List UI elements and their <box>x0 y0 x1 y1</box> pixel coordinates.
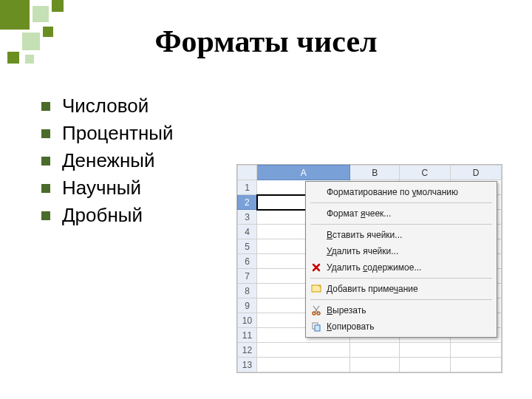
svg-rect-4 <box>315 325 320 331</box>
row-header[interactable]: 11 <box>238 328 257 343</box>
menu-item-copy[interactable]: Копировать <box>306 318 497 335</box>
menu-separator <box>310 202 492 203</box>
menu-label: Форматирование по умолчанию <box>327 187 458 197</box>
column-header-B[interactable]: B <box>350 166 399 180</box>
row-header[interactable]: 12 <box>238 343 257 358</box>
bullet-list: Числовой Процентный Денежный Научный Дро… <box>41 95 174 231</box>
row-header[interactable]: 5 <box>238 239 257 254</box>
row-header[interactable]: 4 <box>238 225 257 239</box>
column-header-A[interactable]: A <box>257 166 350 180</box>
row-header[interactable]: 10 <box>238 313 257 328</box>
row-header[interactable]: 1 <box>238 180 257 195</box>
menu-item-format-cells[interactable]: Формат ячеек... <box>306 205 497 222</box>
column-header-C[interactable]: C <box>399 166 450 180</box>
slide-title: Форматы чисел <box>0 24 532 59</box>
menu-item-delete-contents[interactable]: Удалить содержимое... <box>306 259 497 276</box>
bullet-marker-icon <box>41 184 50 193</box>
context-menu: Форматирование по умолчанию Формат ячеек… <box>305 181 497 338</box>
row-header[interactable]: 13 <box>238 358 257 372</box>
bullet-text: Числовой <box>62 95 149 117</box>
menu-label: Вырезать <box>327 305 366 316</box>
bullet-marker-icon <box>41 129 50 138</box>
bullet-text: Процентный <box>62 122 174 145</box>
menu-item-insert-cells[interactable]: Вставить ячейки... <box>306 227 497 243</box>
menu-label: Формат ячеек... <box>327 208 391 219</box>
bullet-marker-icon <box>41 102 50 111</box>
menu-item-cut[interactable]: Вырезать <box>306 302 497 318</box>
menu-item-add-comment[interactable]: Добавить примечание <box>306 281 497 297</box>
row-header[interactable]: 6 <box>238 254 257 269</box>
menu-item-delete-cells[interactable]: Удалить ячейки... <box>306 243 497 259</box>
row-header[interactable]: 9 <box>238 299 257 313</box>
bullet-text: Дробный <box>62 204 143 227</box>
menu-label: Удалить содержимое... <box>327 262 421 273</box>
row-header[interactable]: 7 <box>238 269 257 284</box>
bullet-text: Научный <box>62 177 141 200</box>
cut-icon <box>310 304 322 316</box>
menu-label: Копировать <box>327 321 375 332</box>
copy-icon <box>310 321 322 332</box>
delete-icon <box>310 262 322 273</box>
spreadsheet-screenshot: A B C D 123,2 2 3 4 5 6 7 8 9 10 11 12 1… <box>236 164 502 373</box>
bullet-marker-icon <box>41 157 50 166</box>
menu-label: Добавить примечание <box>327 284 418 294</box>
note-icon <box>310 283 322 295</box>
row-header[interactable]: 2 <box>238 195 257 210</box>
row-header[interactable]: 8 <box>238 284 257 299</box>
menu-separator <box>310 278 492 279</box>
menu-label: Удалить ячейки... <box>327 246 398 256</box>
bullet-text: Денежный <box>62 149 155 172</box>
menu-label: Вставить ячейки... <box>327 230 402 240</box>
menu-separator <box>310 299 492 300</box>
column-header-D[interactable]: D <box>450 166 501 180</box>
row-header[interactable]: 3 <box>238 210 257 225</box>
bullet-marker-icon <box>41 211 50 220</box>
grid-corner[interactable] <box>238 166 257 180</box>
menu-item-default-formatting[interactable]: Форматирование по умолчанию <box>306 184 497 200</box>
menu-separator <box>310 224 492 225</box>
